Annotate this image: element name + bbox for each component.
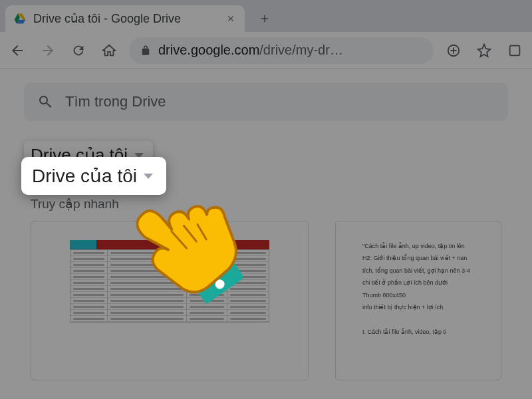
reload-button[interactable] [68,40,89,61]
address-bar[interactable]: drive.google.com/drive/my-dr… [129,37,434,64]
browser-tab-title: Drive của tôi - Google Drive [33,11,219,26]
chevron-down-icon [144,174,153,179]
new-tab-button[interactable] [254,8,275,29]
bookmark-button[interactable] [473,40,495,61]
search-placeholder: Tìm trong Drive [65,93,166,110]
browser-tab-strip: Drive của tôi - Google Drive [0,0,532,32]
install-app-button[interactable] [443,40,464,61]
quick-access-card[interactable]: "Cách tải file ảnh, up video, tập tin lê… [335,221,501,380]
close-tab-icon[interactable] [226,11,235,27]
svg-rect-5 [510,45,520,55]
search-icon [37,94,53,110]
address-bar-url: drive.google.com/drive/my-dr… [158,43,343,58]
browser-tab-active[interactable]: Drive của tôi - Google Drive [5,5,245,32]
tutorial-pointer-hand-icon [110,181,243,314]
lock-icon [140,45,152,57]
doc-preview: "Cách tải file ảnh, up video, tập tin lê… [362,241,470,339]
browser-toolbar: drive.google.com/drive/my-dr… [0,32,532,69]
drive-favicon-icon [13,12,27,25]
home-button[interactable] [98,40,120,61]
forward-button[interactable] [37,40,59,61]
drive-content: Tìm trong Drive Drive của tôi Truy cập n… [0,69,532,399]
search-input[interactable]: Tìm trong Drive [24,82,508,121]
back-button[interactable] [7,40,28,61]
extensions-button[interactable] [504,40,525,61]
quick-access-cards: "Cách tải file ảnh, up video, tập tin lê… [0,221,532,380]
